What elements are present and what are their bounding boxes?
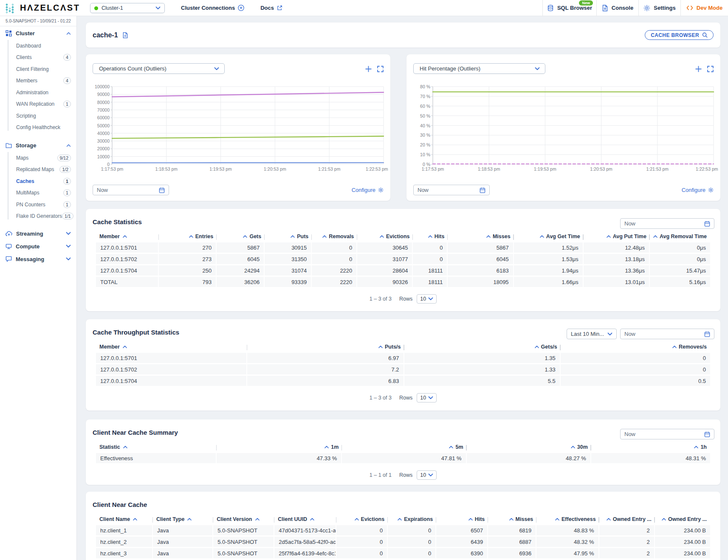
- chart-metric-select[interactable]: Operations Count (Outliers): [93, 63, 225, 74]
- sidebar-item-caches[interactable]: Caches1: [0, 175, 76, 187]
- rows-per-page-value: 10: [420, 296, 426, 302]
- column-header-owned-entry-[interactable]: Owned Entry ...: [655, 515, 710, 524]
- storage-icon: [6, 143, 12, 148]
- table-cell: 47.95 %: [536, 548, 599, 558]
- column-header-client-uuid[interactable]: Client UUID: [274, 515, 336, 524]
- sidebar-item-members[interactable]: Members4: [0, 75, 76, 87]
- sidebar-section-compute[interactable]: Compute: [0, 240, 76, 253]
- console-button[interactable]: Console: [596, 0, 638, 16]
- sort-caret-icon: [123, 235, 127, 238]
- configure-link[interactable]: Configure: [682, 187, 714, 193]
- time-travel-input[interactable]: Now: [620, 429, 714, 439]
- column-header-removals[interactable]: Removals: [312, 233, 357, 241]
- table-cell: 2d5ac7fa-58a5-42f0-ac9: [274, 537, 336, 547]
- column-header-misses[interactable]: Misses: [488, 515, 536, 524]
- rows-per-page-select[interactable]: 10: [417, 393, 437, 402]
- column-header-expirations[interactable]: Expirations: [388, 515, 436, 524]
- interval-select[interactable]: Last 10 Min...: [567, 329, 617, 339]
- rows-per-page-select[interactable]: 10: [417, 470, 437, 480]
- column-header-member[interactable]: Member: [96, 233, 159, 241]
- column-header-removes-s[interactable]: Removes/s: [561, 343, 710, 352]
- column-header-owned-entry-[interactable]: Owned Entry ...: [599, 515, 655, 524]
- rows-per-page-label: Rows: [399, 296, 412, 302]
- x-axis-label: 1:21:53 pm: [318, 166, 341, 172]
- column-header-client-name[interactable]: Client Name: [96, 515, 153, 524]
- client-near-cache-summary-card: Client Near Cache Summary Now Statistic1…: [86, 419, 720, 485]
- cluster-connections-link[interactable]: Cluster Connections: [181, 0, 244, 16]
- rows-per-page-select[interactable]: 10: [417, 294, 437, 304]
- column-header-avg-put-time[interactable]: Avg Put Time: [584, 233, 650, 241]
- column-header-gets[interactable]: Gets: [217, 233, 265, 241]
- table-cell: 0: [561, 353, 710, 363]
- column-header-1h[interactable]: 1h: [591, 443, 710, 452]
- sidebar-item-config-healthcheck[interactable]: Config Healthcheck: [0, 122, 76, 134]
- configure-link[interactable]: Configure: [352, 187, 384, 193]
- column-header-1m[interactable]: 1m: [217, 443, 342, 452]
- sidebar-item-replicated-maps[interactable]: Replicated Maps1/2: [0, 164, 76, 176]
- chevron-down-icon: [535, 67, 540, 70]
- y-axis-label: 40 %: [420, 123, 430, 128]
- time-travel-input[interactable]: Now: [413, 185, 490, 195]
- expand-chart-icon[interactable]: [707, 66, 714, 72]
- sidebar-section-messaging[interactable]: Messaging: [0, 253, 76, 265]
- sql-browser-button[interactable]: New SQL Browser: [542, 0, 596, 16]
- time-travel-input[interactable]: Now: [620, 218, 714, 229]
- add-chart-icon[interactable]: [695, 66, 702, 72]
- column-header-client-version[interactable]: Client Version: [213, 515, 274, 524]
- time-travel-input[interactable]: Now: [93, 185, 169, 195]
- calendar-icon: [480, 187, 485, 193]
- column-header-avg-get-time[interactable]: Avg Get Time: [514, 233, 584, 241]
- column-header-puts-s[interactable]: Puts/s: [247, 343, 404, 352]
- column-header-statistic[interactable]: Statistic: [96, 443, 217, 452]
- sidebar-item-client-filtering[interactable]: Client Filtering: [0, 63, 76, 75]
- sidebar-item-administration[interactable]: Administration: [0, 87, 76, 98]
- column-header-hits[interactable]: Hits: [413, 233, 448, 241]
- add-chart-icon[interactable]: [365, 66, 372, 72]
- sidebar-item-dashboard[interactable]: Dashboard: [0, 40, 76, 52]
- cache-browser-button[interactable]: CACHE BROWSER: [645, 30, 714, 40]
- sort-caret-icon: [509, 518, 514, 521]
- count-badge: 9/12: [57, 155, 71, 161]
- expand-chart-icon[interactable]: [377, 66, 384, 72]
- sidebar-item-clients[interactable]: Clients4: [0, 52, 76, 64]
- column-header-hits[interactable]: Hits: [436, 515, 488, 524]
- sidebar-item-pn-counters[interactable]: PN Counters1: [0, 199, 76, 211]
- table-cell: 0: [312, 242, 357, 253]
- sidebar-item-scripting[interactable]: Scripting: [0, 110, 76, 122]
- sidebar-item-multimaps[interactable]: MultiMaps1: [0, 187, 76, 199]
- settings-button[interactable]: Settings: [638, 0, 680, 16]
- sidebar-section-cluster[interactable]: Cluster: [0, 26, 76, 40]
- cluster-select[interactable]: Cluster-1: [90, 3, 165, 13]
- column-label: Removes/s: [679, 344, 707, 350]
- column-header-entries[interactable]: Entries: [159, 233, 217, 241]
- version-label: 5.0-SNAPSHOT - 10/09/21 - 01:22: [0, 16, 76, 26]
- column-header-effectiveness[interactable]: Effectiveness: [536, 515, 599, 524]
- hazelcast-logo-icon: [5, 3, 17, 14]
- sort-caret-icon: [133, 518, 137, 521]
- column-header-evictions[interactable]: Evictions: [357, 233, 413, 241]
- chart-metric-select[interactable]: Hit Percentage (Outliers): [413, 63, 545, 74]
- table-cell: 1.53μs: [514, 254, 584, 264]
- sidebar-item-flake-id-generators[interactable]: Flake ID Generators1/1: [0, 211, 76, 222]
- column-header-puts[interactable]: Puts: [265, 233, 312, 241]
- column-header-misses[interactable]: Misses: [448, 233, 514, 241]
- column-header-client-type[interactable]: Client Type: [153, 515, 213, 524]
- copy-config-icon[interactable]: [122, 32, 128, 39]
- table-cell: hz.client_1: [96, 525, 153, 535]
- sidebar-section-streaming[interactable]: Streaming: [0, 227, 76, 240]
- column-header-gets-s[interactable]: Gets/s: [404, 343, 561, 352]
- column-header-avg-removal-time[interactable]: Avg Removal Time: [650, 233, 710, 241]
- time-travel-input[interactable]: Now: [620, 329, 714, 339]
- column-header-member[interactable]: Member: [96, 343, 247, 352]
- column-header-30m[interactable]: 30m: [467, 443, 591, 452]
- sidebar-item-maps[interactable]: Maps9/12: [0, 152, 76, 164]
- column-header-5m[interactable]: 5m: [342, 443, 466, 452]
- sidebar-item-wan-replication[interactable]: WAN Replication1: [0, 98, 76, 110]
- sidebar-section-storage[interactable]: Storage: [0, 138, 76, 152]
- docs-link[interactable]: Docs: [260, 0, 282, 16]
- y-axis-label: 70 %: [420, 94, 430, 99]
- table-cell: 127.0.0.1:5702: [96, 364, 247, 374]
- table-cell: 13.36μs: [584, 265, 650, 276]
- column-header-evictions[interactable]: Evictions: [336, 515, 388, 524]
- dev-mode-button[interactable]: Dev Mode: [680, 0, 728, 16]
